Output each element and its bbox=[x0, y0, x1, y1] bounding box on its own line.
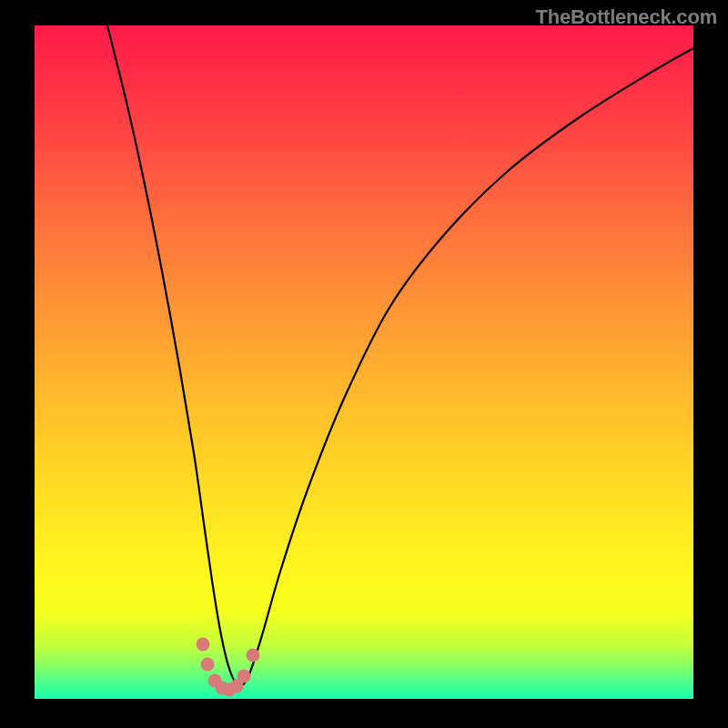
bottleneck-curve bbox=[107, 25, 693, 685]
plot-area bbox=[35, 25, 693, 699]
valley-marker bbox=[247, 649, 260, 662]
curve-svg bbox=[35, 25, 693, 699]
valley-marker bbox=[238, 670, 251, 683]
valley-marker bbox=[201, 658, 215, 672]
valley-marker bbox=[197, 638, 210, 652]
chart-frame: TheBottleneck.com bbox=[0, 0, 728, 728]
